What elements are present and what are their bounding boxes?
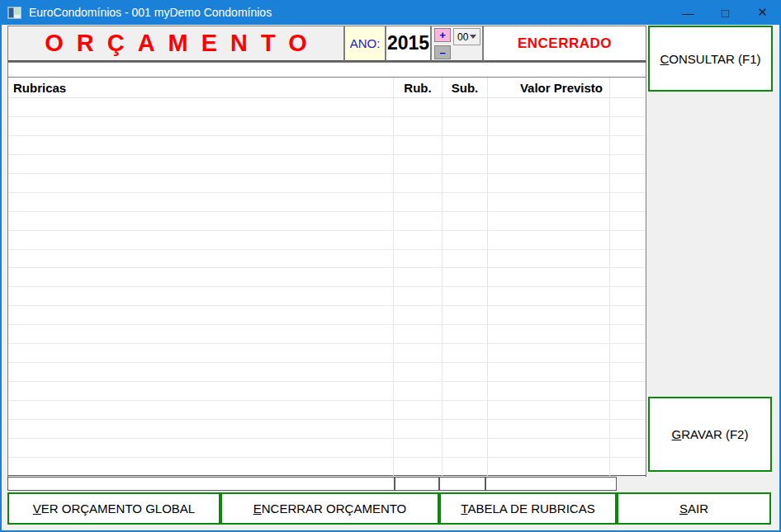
table-cell[interactable] — [394, 306, 443, 324]
table-cell[interactable] — [488, 420, 610, 438]
table-cell[interactable] — [8, 193, 394, 211]
sair-button[interactable]: SAIR — [617, 492, 771, 525]
table-cell[interactable] — [443, 193, 488, 211]
table-cell[interactable] — [443, 420, 488, 438]
table-cell[interactable] — [8, 382, 394, 400]
table-cell[interactable] — [443, 231, 488, 249]
table-cell[interactable] — [610, 401, 646, 419]
gravar-button[interactable]: GRAVAR (F2) — [648, 397, 772, 472]
table-cell[interactable] — [488, 136, 610, 154]
table-cell[interactable] — [610, 212, 646, 230]
table-cell[interactable] — [394, 155, 443, 173]
table-cell[interactable] — [488, 98, 610, 116]
table-cell[interactable] — [394, 193, 443, 211]
table-row[interactable] — [8, 231, 646, 250]
table-cell[interactable] — [8, 98, 394, 116]
table-cell[interactable] — [8, 439, 394, 457]
table-cell[interactable] — [8, 212, 394, 230]
table-cell[interactable] — [610, 382, 646, 400]
close-icon[interactable]: ✕ — [744, 0, 781, 25]
table-cell[interactable] — [443, 287, 488, 305]
table-cell[interactable] — [394, 250, 443, 268]
table-cell[interactable] — [488, 155, 610, 173]
maximize-icon[interactable]: □ — [707, 0, 744, 25]
table-cell[interactable] — [8, 117, 394, 135]
table-cell[interactable] — [610, 287, 646, 305]
table-cell[interactable] — [488, 268, 610, 286]
table-cell[interactable] — [488, 363, 610, 381]
table-cell[interactable] — [610, 231, 646, 249]
table-cell[interactable] — [610, 363, 646, 381]
table-cell[interactable] — [488, 117, 610, 135]
table-row[interactable] — [8, 363, 646, 382]
table-cell[interactable] — [488, 458, 610, 476]
table-cell[interactable] — [610, 439, 646, 457]
table-cell[interactable] — [8, 401, 394, 419]
table-cell[interactable] — [443, 401, 488, 419]
table-cell[interactable] — [8, 420, 394, 438]
table-cell[interactable] — [394, 439, 443, 457]
table-row[interactable] — [8, 344, 646, 363]
table-row[interactable] — [8, 117, 646, 136]
table-cell[interactable] — [610, 98, 646, 116]
table-cell[interactable] — [488, 325, 610, 343]
table-cell[interactable] — [443, 136, 488, 154]
table-row[interactable] — [8, 420, 646, 439]
table-row[interactable] — [8, 287, 646, 306]
table-cell[interactable] — [443, 344, 488, 362]
table-cell[interactable] — [443, 268, 488, 286]
table-cell[interactable] — [394, 420, 443, 438]
sub-rubric-select[interactable]: 00 — [453, 28, 480, 45]
table-cell[interactable] — [443, 325, 488, 343]
table-row[interactable] — [8, 212, 646, 231]
table-cell[interactable] — [488, 212, 610, 230]
table-cell[interactable] — [443, 382, 488, 400]
table-cell[interactable] — [8, 136, 394, 154]
table-cell[interactable] — [443, 117, 488, 135]
table-cell[interactable] — [394, 117, 443, 135]
table-cell[interactable] — [610, 325, 646, 343]
table-cell[interactable] — [8, 458, 394, 476]
table-row[interactable] — [8, 439, 646, 458]
table-cell[interactable] — [8, 344, 394, 362]
table-row[interactable] — [8, 401, 646, 420]
table-body[interactable] — [8, 98, 646, 477]
table-cell[interactable] — [488, 382, 610, 400]
table-cell[interactable] — [488, 401, 610, 419]
table-cell[interactable] — [394, 325, 443, 343]
table-cell[interactable] — [610, 344, 646, 362]
table-cell[interactable] — [394, 287, 443, 305]
table-cell[interactable] — [610, 155, 646, 173]
table-cell[interactable] — [394, 212, 443, 230]
table-cell[interactable] — [488, 439, 610, 457]
table-cell[interactable] — [394, 363, 443, 381]
table-cell[interactable] — [8, 250, 394, 268]
table-cell[interactable] — [610, 136, 646, 154]
table-cell[interactable] — [610, 420, 646, 438]
table-cell[interactable] — [610, 117, 646, 135]
table-cell[interactable] — [610, 458, 646, 476]
year-decrement-button[interactable]: – — [434, 45, 451, 59]
table-cell[interactable] — [8, 174, 394, 192]
table-cell[interactable] — [394, 98, 443, 116]
table-row[interactable] — [8, 136, 646, 155]
table-cell[interactable] — [394, 231, 443, 249]
table-row[interactable] — [8, 98, 646, 117]
table-cell[interactable] — [443, 306, 488, 324]
table-cell[interactable] — [8, 363, 394, 381]
table-row[interactable] — [8, 382, 646, 401]
table-row[interactable] — [8, 268, 646, 287]
year-increment-button[interactable]: + — [434, 28, 451, 42]
table-cell[interactable] — [8, 325, 394, 343]
consultar-button[interactable]: CONSULTAR (F1) — [648, 26, 773, 92]
tabela-de-rubricas-button[interactable]: TABELA DE RUBRICAS — [439, 492, 617, 525]
table-cell[interactable] — [488, 250, 610, 268]
table-cell[interactable] — [443, 439, 488, 457]
table-cell[interactable] — [8, 155, 394, 173]
table-cell[interactable] — [394, 382, 443, 400]
year-field[interactable]: 2015 — [386, 26, 431, 62]
table-cell[interactable] — [488, 231, 610, 249]
table-cell[interactable] — [394, 458, 443, 476]
table-row[interactable] — [8, 155, 646, 174]
table-cell[interactable] — [394, 401, 443, 419]
